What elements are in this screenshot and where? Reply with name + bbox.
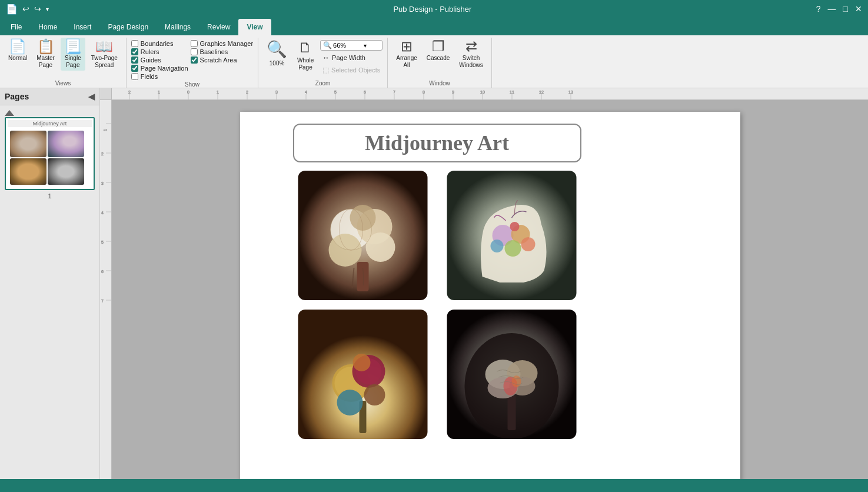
svg-point-72 <box>352 354 370 371</box>
svg-rect-33 <box>100 100 112 479</box>
arrange-all-icon: ⊞ <box>401 39 413 54</box>
tab-review[interactable]: Review <box>199 19 238 35</box>
cascade-button[interactable]: ❐ Cascade <box>423 38 453 64</box>
svg-text:7: 7 <box>101 299 104 303</box>
guides-label: Guides <box>141 56 161 64</box>
art-grid <box>293 171 581 439</box>
redo-button[interactable]: ↪ <box>34 4 41 14</box>
cascade-label: Cascade <box>427 55 450 62</box>
svg-text:1: 1 <box>158 90 160 94</box>
arrange-all-button[interactable]: ⊞ ArrangeAll <box>393 38 421 71</box>
pages-collapse-button[interactable]: ◀ <box>88 92 95 101</box>
pages-header: Pages ◀ <box>0 88 99 105</box>
svg-text:3: 3 <box>101 181 104 185</box>
ruler-vertical: 1 2 3 4 5 6 7 <box>100 100 112 479</box>
art-image-3 <box>293 310 433 439</box>
single-page-button[interactable]: 📃 SinglePage <box>61 38 85 71</box>
app-title: Pub Design - Publisher <box>393 5 471 14</box>
fields-label: Fields <box>141 73 158 80</box>
selected-objects-icon: ⬚ <box>322 66 329 74</box>
thumb-4 <box>48 158 84 185</box>
tab-home[interactable]: Home <box>30 19 65 35</box>
ribbon-group-zoom: 🔍 100% 🗋 WholePage 🔍 ▾ ↔ Page Width <box>258 38 388 88</box>
svg-text:5: 5 <box>101 240 104 244</box>
page-thumb-grid <box>8 128 87 187</box>
page-thumb-title: Midjourney Art <box>8 120 92 127</box>
pages-content: Midjourney Art 1 <box>0 105 99 479</box>
baselines-label: Baselines <box>200 48 228 55</box>
page-width-icon: ↔ <box>322 54 330 62</box>
quick-access-more[interactable]: ▾ <box>46 6 49 12</box>
views-buttons: 📄 Normal 📋 MasterPage 📃 SinglePage 📖 Two… <box>5 38 121 80</box>
page-navigation-label: Page Navigation <box>141 65 188 72</box>
title-bar: 📄 ↩ ↪ ▾ Pub Design - Publisher ? — □ ✕ <box>0 0 868 18</box>
app-icon: 📄 <box>6 4 18 15</box>
undo-button[interactable]: ↩ <box>22 4 29 14</box>
page-title-box: Midjourney Art <box>293 124 581 162</box>
rulers-checkbox-row[interactable]: Rulers <box>131 48 188 55</box>
svg-text:12: 12 <box>539 90 544 94</box>
ruler-v-svg: 1 2 3 4 5 6 7 <box>100 100 112 479</box>
zoom-input-row[interactable]: 🔍 ▾ <box>320 40 383 51</box>
page-expand-arrow[interactable] <box>5 110 14 116</box>
layout-col1: Boundaries Rulers Guides Page Navigation… <box>131 38 188 80</box>
svg-point-71 <box>364 384 385 405</box>
svg-rect-75 <box>507 395 516 430</box>
scratch-area-checkbox[interactable] <box>191 56 198 64</box>
normal-label: Normal <box>8 55 27 62</box>
rulers-checkbox[interactable] <box>131 48 138 55</box>
page-canvas: Midjourney Art <box>240 112 740 479</box>
selected-objects-button[interactable]: ⬚ Selected Objects <box>320 65 383 75</box>
tab-pagedesign[interactable]: Page Design <box>99 19 157 35</box>
boundaries-checkbox[interactable] <box>131 40 138 47</box>
svg-text:11: 11 <box>510 90 514 94</box>
zoom-dropdown-arrow[interactable]: ▾ <box>364 42 367 49</box>
zoom-options: 🔍 ▾ ↔ Page Width ⬚ Selected Objects <box>320 38 383 75</box>
ribbon-group-window: ⊞ ArrangeAll ❐ Cascade ⇄ SwitchWindows W… <box>388 38 492 88</box>
close-button[interactable]: ✕ <box>855 4 862 14</box>
art-svg-2 <box>442 171 581 300</box>
svg-text:9: 9 <box>452 90 454 94</box>
page-width-button[interactable]: ↔ Page Width <box>320 52 383 63</box>
guides-checkbox-row[interactable]: Guides <box>131 56 188 64</box>
tab-insert[interactable]: Insert <box>65 19 99 35</box>
ruler-horizontal: 2 1 0 1 2 3 4 5 6 7 8 9 10 11 12 <box>112 88 868 100</box>
fields-checkbox[interactable] <box>131 73 138 80</box>
boundaries-checkbox-row[interactable]: Boundaries <box>131 40 188 47</box>
single-page-icon: 📃 <box>64 39 82 54</box>
fields-checkbox-row[interactable]: Fields <box>131 73 188 80</box>
art-image-2 <box>442 171 581 300</box>
page-navigation-checkbox[interactable] <box>131 65 138 72</box>
zoom-value-input[interactable] <box>333 42 363 49</box>
svg-text:6: 6 <box>101 270 104 274</box>
baselines-checkbox[interactable] <box>191 48 198 55</box>
canvas-container: 2 1 0 1 2 3 4 5 6 7 8 9 10 11 12 <box>100 88 868 479</box>
graphics-manager-checkbox-row[interactable]: Graphics Manager <box>191 40 254 47</box>
baselines-checkbox-row[interactable]: Baselines <box>191 48 254 55</box>
minimize-button[interactable]: — <box>828 4 836 14</box>
canvas-scroll-area[interactable]: Midjourney Art <box>112 100 868 479</box>
svg-text:4: 4 <box>101 211 104 215</box>
layout-checkboxes: Boundaries Rulers Guides Page Navigation… <box>131 38 253 81</box>
page-navigation-checkbox-row[interactable]: Page Navigation <box>131 65 188 72</box>
maximize-button[interactable]: □ <box>843 4 848 14</box>
switch-windows-button[interactable]: ⇄ SwitchWindows <box>455 38 487 71</box>
page-number: 1 <box>5 192 95 200</box>
graphics-manager-checkbox[interactable] <box>191 40 198 47</box>
help-button[interactable]: ? <box>816 4 821 14</box>
tab-view[interactable]: View <box>238 19 271 35</box>
zoom-button[interactable]: 🔍 100% <box>263 38 291 69</box>
scratch-area-checkbox-row[interactable]: Scratch Area <box>191 56 254 64</box>
page-1-thumbnail[interactable]: Midjourney Art <box>5 117 95 190</box>
ruler-h-svg: 2 1 0 1 2 3 4 5 6 7 8 9 10 11 12 <box>112 88 868 100</box>
canvas-with-ruler: 1 2 3 4 5 6 7 Midjourney Art <box>100 100 868 479</box>
whole-page-button[interactable]: 🗋 WholePage <box>293 38 318 73</box>
two-page-spread-button[interactable]: 📖 Two-PageSpread <box>88 38 121 71</box>
master-page-button[interactable]: 📋 MasterPage <box>33 38 58 71</box>
tab-file[interactable]: File <box>2 19 30 35</box>
tab-mailings[interactable]: Mailings <box>157 19 199 35</box>
normal-view-button[interactable]: 📄 Normal <box>5 38 31 64</box>
svg-text:13: 13 <box>568 90 573 94</box>
guides-checkbox[interactable] <box>131 56 138 64</box>
svg-text:6: 6 <box>364 90 366 94</box>
